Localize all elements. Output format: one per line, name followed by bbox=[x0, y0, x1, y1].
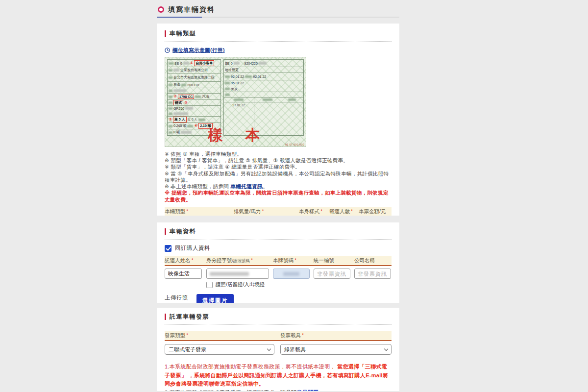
choose-image-button[interactable]: 選擇圖片 bbox=[196, 294, 234, 303]
note-line: ※ 非上述車輛類型，請參閱 車輛托運資訊。 bbox=[165, 183, 392, 190]
doc-address-change: 地址變更 bbox=[225, 68, 239, 73]
doc-date-issue: 92.01.22 bbox=[231, 75, 244, 78]
col-label-invoice-type: 發票類型* bbox=[165, 332, 280, 339]
doc-made-date: 2003.01 bbox=[187, 83, 199, 87]
taxid-input[interactable] bbox=[314, 269, 350, 279]
col-label-price: 車票金額/元 bbox=[359, 208, 392, 215]
required-mark: * bbox=[294, 257, 296, 263]
passport-checkbox-label: 護照/居留證/入出境證 bbox=[216, 281, 265, 288]
same-as-buyer-checkbox[interactable] bbox=[165, 245, 172, 252]
upload-label: 上傳行照 bbox=[165, 294, 188, 301]
title-underline bbox=[157, 17, 202, 18]
required-mark: * bbox=[302, 332, 304, 338]
section-bar-icon bbox=[165, 228, 166, 235]
doc-date-replace: 92.01.22 bbox=[253, 75, 266, 78]
redacted-text bbox=[283, 272, 300, 276]
doc-engine-no: GR250 bbox=[173, 107, 184, 110]
doc-annotation-2: ② bbox=[173, 95, 177, 98]
redacted-text bbox=[225, 94, 230, 96]
redacted-text bbox=[169, 84, 172, 86]
redacted-text bbox=[169, 90, 172, 92]
col-label-shipper: 託運人姓名* bbox=[165, 257, 206, 264]
section-header-registration: 車籍資料 bbox=[165, 225, 392, 240]
invoice-type-select[interactable]: 二聯式電子發票 bbox=[165, 344, 274, 355]
doc-plate-2: SE-0 bbox=[225, 62, 233, 65]
diagram-link-row: 欄位填寫示意圖(行照) bbox=[165, 47, 392, 54]
col-label-plate: 車牌號碼* bbox=[273, 257, 314, 264]
redacted-text bbox=[169, 113, 172, 115]
company-name-input[interactable] bbox=[354, 269, 391, 279]
redacted-text bbox=[210, 272, 249, 276]
doc-left-panel: SE-0①自用小客車 企業股份有限公司 台北市大安區敦化南路二段 日產2003.… bbox=[167, 59, 221, 136]
required-mark: * bbox=[251, 257, 253, 263]
section-header-vehicle-type: 車輛類型 bbox=[165, 27, 392, 42]
redacted-text bbox=[169, 131, 172, 134]
redacted-text bbox=[195, 96, 201, 98]
doc-passengers: 座 5 人 bbox=[173, 117, 187, 122]
redacted-text bbox=[225, 82, 230, 84]
doc-fuel: 汽油 bbox=[202, 94, 209, 99]
required-mark: * bbox=[186, 332, 188, 338]
note-warning: ※ 提醒您，預約車輛託運以空車為限，開航當日須持車票進行查驗，如車上裝載貨物，則… bbox=[165, 190, 392, 202]
required-mark: * bbox=[186, 208, 188, 214]
doc-vehicle-kind: 自用小客車 bbox=[194, 60, 214, 66]
redacted-text bbox=[263, 98, 272, 101]
diagram-link[interactable]: 欄位填寫示意圖(行照) bbox=[172, 47, 225, 54]
doc-annotation-3: ③ bbox=[169, 118, 172, 122]
redacted-text bbox=[169, 69, 172, 72]
col-label-id: 身分證字號/護照號碼* bbox=[206, 257, 273, 264]
redacted-text bbox=[169, 96, 172, 98]
title-divider bbox=[157, 17, 399, 18]
vehicle-type-card: 車輛類型 欄位填寫示意圖(行照) SE-0①自用小客車 企業股份有限公司 台北市… bbox=[157, 24, 399, 216]
note-link-prefix: ※ 非上述車輛類型，請參閱 bbox=[165, 183, 230, 189]
id-sublabel: /護照號碼 bbox=[232, 258, 250, 263]
carrier-select[interactable]: 綠界載具 bbox=[280, 344, 392, 355]
note-line: ※ 類型「貨車」，請注意 ④ 總重量是否選擇正確的費率。 bbox=[165, 164, 392, 170]
faq-link[interactable]: 常見問題 bbox=[297, 390, 319, 391]
note-line: ※ 類型「客車 / 客貨車」，請注意 ② 排氣量、③ 載運人數是否選擇正確費率。 bbox=[165, 157, 392, 164]
registration-form-inputs bbox=[165, 269, 392, 279]
vehicle-type-notes: ※ 依照 ① 車種，選擇車輛類型。 ※ 類型「客車 / 客貨車」，請注意 ② 排… bbox=[165, 151, 392, 203]
passport-checkbox-row: 護照/居留證/入出境證 bbox=[206, 281, 392, 288]
col-label-company: 公司名稱 bbox=[354, 257, 392, 264]
doc-address: 台北市大安區敦化南路二段 bbox=[173, 75, 215, 80]
redacted-text bbox=[169, 76, 172, 79]
doc-plate: SE-0 bbox=[174, 62, 182, 65]
shipper-name-input[interactable] bbox=[165, 269, 202, 279]
redacted-text bbox=[198, 119, 205, 121]
upload-hint: (小於4mb) bbox=[165, 302, 188, 303]
note-line: ※ 依照 ① 車種，選擇車輛類型。 bbox=[165, 151, 392, 157]
col-label-carrier: 發票載具* bbox=[280, 332, 392, 339]
invoice-card: 託運車輛發票 發票類型* 發票載具* 二聯式電子發票 綠界載具 1.本系統配合財… bbox=[157, 308, 399, 391]
plate-number-input[interactable] bbox=[273, 269, 310, 279]
invoice-note-2: 2.若再次下載「三聯式電子發票」證明聯需求，請參閱常見問題。 bbox=[165, 389, 392, 391]
same-as-buyer-row: 同訂購人資料 bbox=[165, 245, 392, 252]
cargo-info-link[interactable]: 車輛托運資訊 bbox=[230, 183, 263, 189]
section-title: 車輛類型 bbox=[170, 29, 196, 38]
passport-checkbox[interactable] bbox=[206, 282, 213, 288]
col-label-body: 車身樣式* bbox=[299, 208, 329, 215]
registration-card: 車籍資料 同訂購人資料 託運人姓名* 身分證字號/護照號碼* 車牌號碼* 統一編… bbox=[157, 222, 399, 303]
invoice-note-1: 1.本系統配合財政部實施推動電子發票稅務政策，將不提供紙本證明， 當您選擇「三聯… bbox=[165, 363, 392, 389]
step-bullet-icon bbox=[158, 6, 164, 13]
id-number-input[interactable] bbox=[206, 269, 269, 279]
doc-form-code: 91.07.600.000 bbox=[285, 143, 304, 146]
doc-body-style: 轎式 bbox=[173, 100, 183, 106]
redacted-text bbox=[169, 107, 172, 110]
clock-icon bbox=[165, 48, 170, 53]
section-header-invoice: 託運車輛發票 bbox=[165, 311, 392, 325]
doc-owner: 企業股份有限公司 bbox=[180, 68, 208, 73]
required-mark: * bbox=[192, 257, 194, 263]
redacted-text bbox=[173, 69, 179, 72]
doc-right-panel: SE-09204220 地址變更 92.01.2292.01.22 95.01.… bbox=[223, 59, 304, 136]
doc-engine-cc: 1798 CC bbox=[178, 95, 195, 99]
col-label-taxid: 統一編號 bbox=[314, 257, 354, 264]
registration-form-header: 託運人姓名* 身分證字號/護照號碼* 車牌號碼* 統一編號 公司名稱 bbox=[165, 256, 392, 266]
chevron-down-icon bbox=[267, 347, 271, 351]
redacted-text bbox=[245, 75, 252, 78]
redacted-text bbox=[181, 84, 186, 86]
same-as-buyer-label: 同訂購人資料 bbox=[175, 245, 210, 252]
doc-weight: 0.265 噸 bbox=[173, 123, 186, 128]
upload-label-block: 上傳行照 (小於4mb) bbox=[165, 294, 188, 303]
page-title: 填寫車輛資料 bbox=[168, 5, 215, 14]
